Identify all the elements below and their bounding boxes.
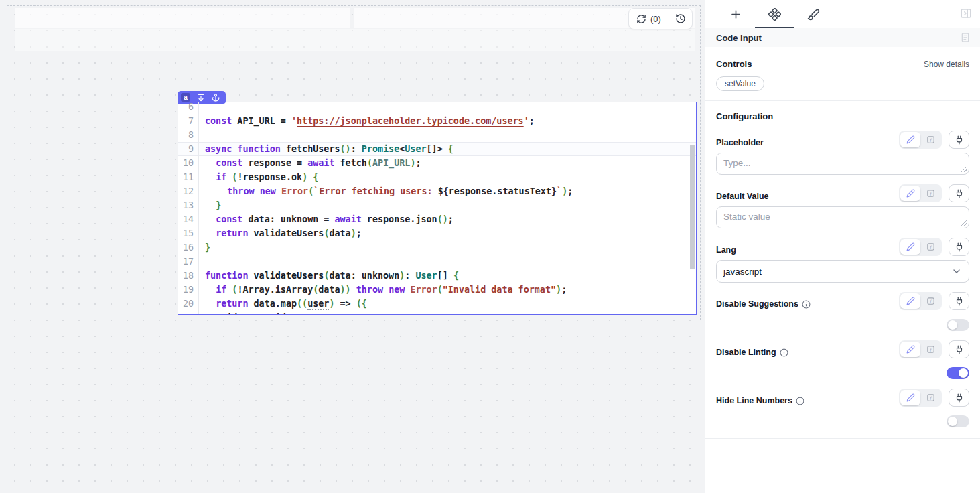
pencil-icon — [906, 393, 915, 402]
expression-mode-button[interactable]: f — [920, 342, 940, 357]
editor-scrollbar[interactable] — [690, 145, 695, 269]
connect-input-button[interactable] — [949, 340, 969, 358]
connect-input-button[interactable] — [949, 184, 969, 202]
brush-icon — [807, 8, 820, 21]
code-line: 14 const data: unknown = await response.… — [178, 212, 696, 226]
collapse-panel-button[interactable] — [960, 7, 972, 19]
svg-text:f: f — [930, 299, 932, 303]
info-icon[interactable] — [802, 300, 811, 309]
configuration-section: Configuration PlaceholderfDefault Valuef… — [705, 111, 980, 427]
controls-title: Controls — [716, 59, 752, 69]
code-line: 13 } — [178, 198, 696, 212]
static-mode-button[interactable] — [900, 186, 920, 201]
info-icon[interactable] — [796, 397, 804, 405]
component-header-bar: Code Input — [705, 28, 980, 47]
components-icon — [768, 8, 781, 21]
field-actions: f — [899, 131, 969, 149]
connect-input-button[interactable] — [949, 389, 969, 407]
tab-insert-component[interactable] — [716, 0, 755, 28]
line-number: 14 — [178, 212, 199, 226]
expression-mode-button[interactable]: f — [920, 186, 940, 201]
pencil-icon — [906, 242, 915, 251]
empty-component-slot — [15, 29, 695, 51]
plug-icon — [955, 242, 964, 252]
connect-input-button[interactable] — [949, 131, 969, 149]
code-editor[interactable]: 67const API_URL = 'https://jsonplacehold… — [178, 102, 696, 314]
pencil-icon — [906, 135, 915, 144]
app-canvas[interactable]: (0) a — [0, 0, 705, 493]
code-line: 7const API_URL = 'https://jsonplaceholde… — [178, 114, 696, 128]
plus-icon — [729, 8, 742, 21]
tab-styling[interactable] — [794, 0, 833, 28]
plug-icon — [955, 393, 964, 403]
code-line: 17 — [178, 255, 696, 269]
placeholder-input[interactable] — [716, 153, 969, 175]
expression-mode-button[interactable]: f — [920, 239, 940, 255]
anchor-component-button[interactable] — [212, 94, 220, 102]
show-details-link[interactable]: Show details — [924, 60, 969, 69]
field-actions: f — [899, 238, 969, 256]
static-mode-button[interactable] — [900, 390, 920, 405]
field-label: Hide Line Numbers — [716, 396, 804, 407]
line-number: 17 — [178, 255, 199, 269]
anchor-icon — [212, 94, 220, 102]
controls-section: Controls Show details setValue — [705, 59, 980, 91]
component-type-title: Code Input — [716, 33, 762, 43]
svg-text:f: f — [930, 244, 932, 249]
static-mode-button[interactable] — [900, 342, 920, 357]
static-mode-button[interactable] — [900, 293, 920, 309]
field-label: Placeholder — [716, 138, 764, 149]
config-field-disable_linting: Disable Lintingf — [716, 340, 969, 379]
field-actions: f — [899, 340, 969, 358]
line-number: 8 — [178, 128, 199, 142]
svg-text:f: f — [930, 191, 932, 196]
line-number: 6 — [178, 102, 199, 114]
field-actions: f — [899, 292, 969, 310]
code-line: 8 — [178, 128, 696, 142]
info-icon[interactable] — [780, 348, 788, 357]
config-field-disable_suggestions: Disable Suggestionsf — [716, 292, 969, 331]
default_value-input[interactable] — [716, 206, 969, 228]
line-number: 13 — [178, 198, 199, 212]
expression-mode-button[interactable]: f — [920, 132, 940, 147]
connect-input-button[interactable] — [949, 292, 969, 310]
connect-input-button[interactable] — [949, 238, 969, 256]
configuration-title: Configuration — [716, 111, 773, 121]
line-number: 18 — [178, 269, 199, 283]
section-divider — [705, 438, 980, 439]
code-line: 11 if (!response.ok) { — [178, 170, 696, 184]
lang-select[interactable]: javascript — [716, 260, 969, 283]
config-field-placeholder: Placeholderf — [716, 131, 969, 175]
tab-component-settings[interactable] — [755, 0, 794, 28]
static-mode-button[interactable] — [900, 239, 920, 255]
refresh-icon — [636, 14, 646, 24]
code-input-component[interactable]: a 67const API_URL = 'https://jsonplaceho… — [178, 102, 697, 315]
pencil-icon — [906, 189, 915, 198]
panel-collapse-icon — [960, 7, 972, 19]
code-line: 15 return validateUsers(data); — [178, 226, 696, 240]
hide_line_numbers-toggle[interactable] — [947, 415, 969, 427]
section-divider — [705, 100, 980, 101]
app-root: (0) a — [0, 0, 980, 493]
static-mode-button[interactable] — [900, 132, 920, 147]
line-number: 12 — [178, 184, 199, 198]
refresh-runnables-button[interactable]: (0) — [629, 9, 669, 29]
config-field-lang: Langfjavascript — [716, 238, 969, 283]
control-chip[interactable]: setValue — [716, 76, 764, 91]
expression-mode-button[interactable]: f — [920, 390, 940, 405]
fx-icon: f — [926, 344, 936, 354]
component-id-badge[interactable]: a — [181, 93, 190, 102]
expand-component-button[interactable] — [197, 94, 205, 102]
jobs-history-button[interactable] — [669, 9, 692, 29]
disable_linting-toggle[interactable] — [947, 367, 969, 379]
code-line: 10 const response = await fetch(API_URL)… — [178, 156, 696, 170]
line-number: 21 — [178, 311, 199, 314]
disable_suggestions-toggle[interactable] — [947, 319, 969, 331]
empty-component-slot — [15, 8, 350, 28]
fx-icon: f — [926, 135, 936, 145]
plug-icon — [955, 135, 964, 145]
field-label: Disable Suggestions — [716, 299, 811, 310]
expression-mode-button[interactable]: f — [920, 293, 940, 309]
documentation-button[interactable] — [960, 32, 971, 43]
field-label: Default Value — [716, 192, 769, 202]
